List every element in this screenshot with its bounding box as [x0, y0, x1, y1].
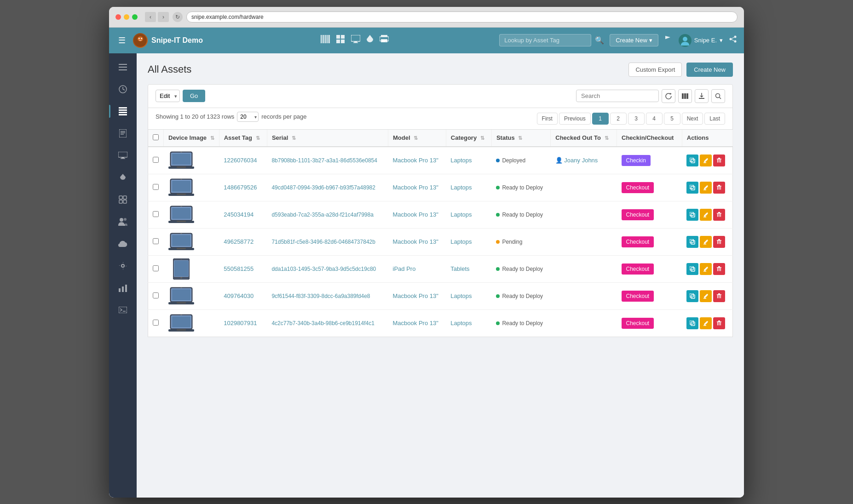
back-button[interactable]: ‹: [145, 12, 156, 22]
edit-select[interactable]: Edit: [156, 90, 180, 102]
checkout-button[interactable]: Checkout: [622, 318, 654, 329]
droplet-icon-btn[interactable]: [367, 35, 373, 46]
share-button[interactable]: [729, 35, 737, 45]
asset-tag-link[interactable]: 245034194: [224, 211, 254, 218]
barcode-icon-btn[interactable]: [321, 35, 330, 46]
page-1-button[interactable]: 1: [592, 113, 609, 125]
asset-tag-search-button[interactable]: 🔍: [595, 36, 604, 45]
clone-button[interactable]: [686, 317, 698, 329]
serial-link[interactable]: 71d5b81f-c5e8-3496-82d6-04684737842b: [271, 239, 375, 245]
asset-tag-link[interactable]: 496258772: [224, 238, 254, 245]
row-checkbox[interactable]: [153, 211, 159, 217]
asset-tag-link[interactable]: 550581255: [224, 265, 254, 272]
close-button[interactable]: [115, 14, 121, 20]
user-link[interactable]: 👤 Joany Johns: [555, 157, 598, 164]
delete-button[interactable]: [713, 317, 725, 329]
model-link[interactable]: Macbook Pro 13": [393, 320, 438, 326]
forward-button[interactable]: ›: [158, 12, 169, 22]
sidebar-item-cloud[interactable]: [113, 234, 133, 254]
checkout-button[interactable]: Checkout: [622, 291, 654, 302]
next-page-button[interactable]: Next: [682, 113, 703, 125]
clone-button[interactable]: [686, 209, 698, 221]
row-checkbox[interactable]: [153, 238, 159, 244]
category-link[interactable]: Laptops: [450, 211, 472, 218]
row-checkbox[interactable]: [153, 320, 159, 326]
serial-link[interactable]: 4c2c77b7-340b-3a4b-98b6-ce9b1914f4c1: [271, 320, 375, 326]
custom-export-button[interactable]: Custom Export: [628, 63, 682, 77]
asset-tag-link[interactable]: 409764030: [224, 292, 254, 299]
sidebar-item-requests[interactable]: [113, 123, 133, 143]
category-link[interactable]: Laptops: [450, 157, 472, 164]
sidebar-item-consumables[interactable]: [113, 167, 133, 188]
sidebar-item-dashboard[interactable]: [113, 79, 133, 99]
row-checkbox[interactable]: [153, 184, 159, 190]
clone-button[interactable]: [686, 290, 698, 302]
download-button[interactable]: [695, 89, 709, 103]
category-link[interactable]: Laptops: [450, 184, 472, 191]
category-link[interactable]: Laptops: [450, 292, 472, 299]
sidebar-item-assets[interactable]: [113, 101, 133, 121]
model-link[interactable]: Macbook Pro 13": [393, 157, 438, 164]
flag-button[interactable]: [665, 35, 672, 45]
delete-button[interactable]: [713, 182, 725, 194]
minimize-button[interactable]: [124, 14, 129, 20]
refresh-button[interactable]: ↻: [173, 12, 183, 22]
edit-button[interactable]: [700, 290, 712, 302]
model-link[interactable]: Macbook Pro 13": [393, 184, 438, 191]
monitor-icon-btn[interactable]: [351, 35, 360, 46]
clone-button[interactable]: [686, 182, 698, 194]
checkin-button[interactable]: Checkin: [622, 155, 651, 166]
delete-button[interactable]: [713, 209, 725, 221]
sidebar-item-terminal[interactable]: [113, 300, 133, 320]
clone-button[interactable]: [686, 236, 698, 248]
category-link[interactable]: Laptops: [450, 320, 472, 326]
asset-tag-link[interactable]: 1486679526: [224, 184, 257, 191]
category-link[interactable]: Tablets: [450, 265, 469, 272]
sidebar-item-reports[interactable]: [113, 278, 133, 298]
sidebar-item-hardware[interactable]: [113, 145, 133, 166]
url-bar[interactable]: snipe.example.com/hardware: [186, 11, 738, 23]
edit-button[interactable]: [700, 236, 712, 248]
row-checkbox[interactable]: [153, 292, 159, 298]
asset-tag-link[interactable]: 1029807931: [224, 320, 257, 326]
sidebar-item-menu[interactable]: [113, 57, 133, 77]
edit-button[interactable]: [700, 182, 712, 194]
previous-page-button[interactable]: Previous: [559, 113, 591, 125]
page-3-button[interactable]: 3: [628, 113, 645, 125]
serial-link[interactable]: 9cf61544-f83f-3309-8dcc-6a9a389fd4e8: [271, 293, 370, 299]
checkout-button[interactable]: Checkout: [622, 182, 654, 193]
grid-icon-btn[interactable]: [336, 35, 345, 46]
select-all-checkbox[interactable]: [153, 134, 159, 140]
category-link[interactable]: Laptops: [450, 238, 472, 245]
edit-button[interactable]: [700, 317, 712, 329]
last-page-button[interactable]: Last: [704, 113, 725, 125]
nav-user[interactable]: Snipe E. ▾: [679, 34, 723, 47]
delete-button[interactable]: [713, 236, 725, 248]
model-link[interactable]: Macbook Pro 13": [393, 211, 438, 218]
asset-tag-search-input[interactable]: [499, 34, 591, 46]
maximize-button[interactable]: [132, 14, 138, 20]
nav-create-new-button[interactable]: Create New ▾: [610, 34, 658, 46]
sidebar-item-settings[interactable]: [113, 256, 133, 276]
sidebar-item-components[interactable]: [113, 189, 133, 210]
model-link[interactable]: Macbook Pro 13": [393, 292, 438, 299]
create-new-main-button[interactable]: Create New: [686, 63, 733, 77]
first-page-button[interactable]: First: [537, 113, 558, 125]
page-4-button[interactable]: 4: [646, 113, 663, 125]
delete-button[interactable]: [713, 290, 725, 302]
sidebar-item-people[interactable]: [113, 212, 133, 232]
checkout-button[interactable]: Checkout: [622, 263, 654, 275]
serial-link[interactable]: dda1a103-1495-3c57-9ba3-9d5c5dc19c80: [271, 266, 376, 272]
clone-button[interactable]: [686, 155, 698, 166]
serial-link[interactable]: 49cd0487-0994-39d6-b967-b93f57a48982: [271, 184, 375, 191]
page-2-button[interactable]: 2: [610, 113, 627, 125]
fullscreen-search-button[interactable]: [711, 89, 725, 103]
page-5-button[interactable]: 5: [664, 113, 680, 125]
go-button[interactable]: Go: [183, 90, 205, 102]
model-link[interactable]: iPad Pro: [393, 265, 416, 272]
delete-button[interactable]: [713, 155, 725, 166]
edit-button[interactable]: [700, 155, 712, 166]
print-icon-btn[interactable]: [380, 35, 389, 46]
asset-tag-link[interactable]: 1226076034: [224, 157, 257, 164]
row-checkbox[interactable]: [153, 265, 159, 271]
